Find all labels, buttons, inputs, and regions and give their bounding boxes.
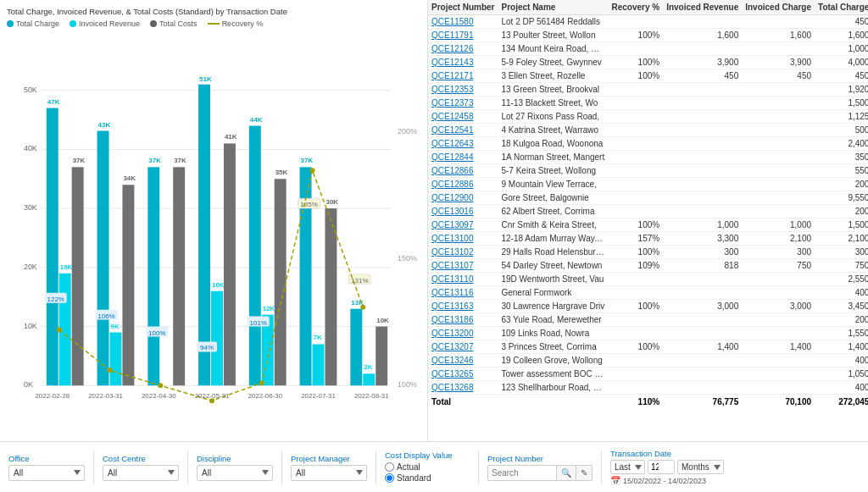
- svg-text:150%: 150%: [398, 254, 417, 263]
- cell-project-number[interactable]: QCE12541: [428, 124, 498, 137]
- cell-project-number[interactable]: QCE12866: [428, 164, 498, 178]
- cell-project-number[interactable]: QCE13163: [428, 300, 498, 313]
- cell-total-charge: 1,000: [815, 42, 868, 56]
- svg-text:40K: 40K: [24, 144, 37, 152]
- cell-project-number[interactable]: QCE12900: [428, 191, 498, 205]
- date-unit-select[interactable]: Months Days Weeks Years: [677, 460, 724, 474]
- cell-recovery: [608, 354, 663, 368]
- cell-project-number[interactable]: QCE12458: [428, 110, 498, 124]
- cell-project-number[interactable]: QCE13116: [428, 286, 498, 300]
- col-header-invoiced-revenue: Invoiced Revenue: [663, 0, 742, 15]
- radio-actual[interactable]: Actual: [385, 462, 470, 472]
- table-row: QCE12126 134 Mount Keira Road, Mou 1,000: [428, 42, 868, 56]
- filter-project-number: Project Number 🔍 ✎: [487, 454, 593, 481]
- table-row: QCE12886 9 Mountain View Terrace, 200: [428, 178, 868, 191]
- search-input[interactable]: [488, 466, 556, 480]
- cell-total-charge: 1,400: [815, 340, 868, 354]
- cell-project-number[interactable]: QCE12126: [428, 42, 498, 56]
- cell-project-number[interactable]: QCE12143: [428, 56, 498, 69]
- svg-text:200%: 200%: [398, 127, 417, 135]
- cell-project-number[interactable]: QCE13268: [428, 381, 498, 395]
- filter-discipline-select[interactable]: All: [197, 465, 273, 481]
- cell-total-charge: 1,600: [815, 29, 868, 42]
- filter-pm-label: Project Manager: [291, 454, 367, 463]
- cell-project-number[interactable]: QCE11791: [428, 29, 498, 42]
- cell-project-number[interactable]: QCE11580: [428, 15, 498, 29]
- cell-invoiced-charge: [742, 151, 815, 164]
- svg-text:106%: 106%: [97, 312, 114, 320]
- bar-tc-7: [350, 309, 362, 386]
- table-row: QCE12541 4 Katrina Street, Warrawo 500: [428, 124, 868, 137]
- recovery-dot-1: [57, 328, 62, 333]
- filter-pm-select[interactable]: All: [291, 465, 367, 481]
- filter-project-number-label: Project Number: [487, 454, 593, 463]
- svg-text:2022-06-30: 2022-06-30: [248, 392, 282, 400]
- cell-project-number[interactable]: QCE13200: [428, 327, 498, 340]
- cell-project-number[interactable]: QCE13100: [428, 232, 498, 246]
- cell-project-name: 13 Green Street, Brookval: [498, 83, 608, 97]
- cell-recovery: [608, 15, 663, 29]
- cell-project-number[interactable]: QCE12171: [428, 69, 498, 83]
- filter-cost-display-label: Cost Display Value: [385, 451, 470, 460]
- cell-project-number[interactable]: QCE13107: [428, 259, 498, 273]
- cell-project-number[interactable]: QCE13016: [428, 205, 498, 218]
- cell-project-name: 1A Norman Street, Mangert: [498, 151, 608, 164]
- filter-cost-centre-select[interactable]: All: [103, 465, 179, 481]
- radio-standard-input[interactable]: [385, 473, 394, 483]
- divider-4: [376, 451, 376, 484]
- search-button[interactable]: 🔍: [556, 466, 576, 480]
- cell-invoiced-charge: [742, 327, 815, 340]
- svg-text:19K: 19K: [60, 263, 73, 271]
- recovery-dot-6: [310, 168, 315, 173]
- cell-project-number[interactable]: QCE12643: [428, 137, 498, 151]
- cell-recovery: [608, 124, 663, 137]
- cell-invoiced-revenue: 3,300: [663, 232, 742, 246]
- cell-project-number[interactable]: QCE13265: [428, 368, 498, 381]
- table-row: QCE13200 109 Links Road, Nowra 1,550: [428, 327, 868, 340]
- main-container: Total Charge, Invoiced Revenue, & Total …: [0, 0, 868, 492]
- svg-text:43K: 43K: [98, 121, 111, 129]
- divider-3: [281, 451, 282, 484]
- svg-text:2022-08-31: 2022-08-31: [354, 392, 389, 400]
- cell-recovery: [608, 205, 663, 218]
- cell-project-number[interactable]: QCE12844: [428, 151, 498, 164]
- cell-project-number[interactable]: QCE12373: [428, 97, 498, 110]
- cell-project-name: Cnr Smith & Keira Street,: [498, 218, 608, 232]
- cell-project-number[interactable]: QCE13097: [428, 218, 498, 232]
- cell-project-number[interactable]: QCE12886: [428, 178, 498, 191]
- date-period-type-select[interactable]: Last Next: [610, 460, 645, 474]
- cell-total-charge: 550: [815, 164, 868, 178]
- radio-standard[interactable]: Standard: [385, 473, 470, 483]
- cell-project-number[interactable]: QCE13102: [428, 246, 498, 259]
- col-header-recovery: Recovery %: [608, 0, 663, 15]
- cell-total-charge: 300: [815, 246, 868, 259]
- cell-invoiced-revenue: [663, 83, 742, 97]
- date-count-input[interactable]: [648, 460, 675, 474]
- svg-text:2022-04-30: 2022-04-30: [142, 392, 176, 400]
- cell-project-number[interactable]: QCE13246: [428, 354, 498, 368]
- cell-project-name: 9 Mountain View Terrace,: [498, 178, 608, 191]
- radio-actual-input[interactable]: [385, 462, 394, 472]
- cell-project-number[interactable]: QCE13207: [428, 340, 498, 354]
- svg-text:44K: 44K: [250, 116, 263, 124]
- calendar-icon: 📅: [610, 476, 620, 485]
- svg-text:37K: 37K: [148, 157, 161, 164]
- cell-invoiced-revenue: 1,400: [663, 340, 742, 354]
- cell-total-charge: 3,450: [815, 300, 868, 313]
- table-row: QCE13102 29 Halls Road Helensburgh 100% …: [428, 246, 868, 259]
- cell-total-charge: 200: [815, 178, 868, 191]
- cell-project-name: 5-9 Foley Street, Gwynnev: [498, 56, 608, 69]
- cell-project-number[interactable]: QCE12353: [428, 83, 498, 97]
- filter-office-select[interactable]: All: [8, 465, 85, 481]
- cell-project-number[interactable]: QCE13186: [428, 313, 498, 327]
- svg-text:50K: 50K: [24, 86, 37, 94]
- svg-text:7K: 7K: [314, 334, 322, 341]
- clear-search-button[interactable]: ✎: [576, 466, 592, 480]
- cell-recovery: [608, 191, 663, 205]
- svg-text:122%: 122%: [47, 296, 64, 303]
- cell-total-charge: 400: [815, 381, 868, 395]
- cell-invoiced-charge: 450: [742, 69, 815, 83]
- svg-text:51K: 51K: [199, 75, 212, 83]
- table-scroll[interactable]: Project Number Project Name Recovery % I…: [428, 0, 868, 441]
- cell-project-number[interactable]: QCE13110: [428, 273, 498, 286]
